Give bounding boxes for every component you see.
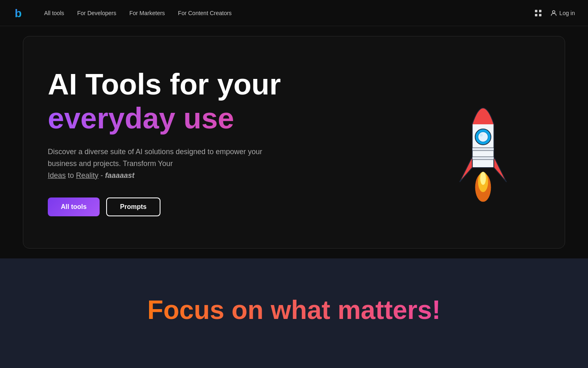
svg-rect-12 [472,148,494,150]
bottom-section: Focus on what matters! [0,258,588,361]
all-tools-button[interactable]: All tools [48,197,100,216]
navbar-left: b All tools For Developers For Marketers… [13,6,232,20]
login-label: Log in [559,10,575,16]
nav-link-for-developers[interactable]: For Developers [77,10,116,16]
rocket-svg [430,81,536,204]
user-icon [550,10,557,16]
nav-link-for-content-creators[interactable]: For Content Creators [178,10,232,16]
navbar: b All tools For Developers For Marketers… [0,0,588,26]
hero-title-line2: everyday use [48,102,309,135]
hero-buttons: All tools Prompts [48,197,309,216]
svg-point-8 [480,172,486,185]
nav-link-for-marketers[interactable]: For Marketers [129,10,165,16]
navbar-right: Log in [534,9,575,17]
nav-links: All tools For Developers For Marketers F… [44,10,232,16]
nav-link-all-tools[interactable]: All tools [44,10,64,16]
hero-desc-reality[interactable]: Reality [76,171,98,180]
hero-desc-ideas[interactable]: Ideas [48,171,66,180]
svg-point-10 [478,132,488,142]
hero-section: AI Tools for your everyday use Discover … [0,26,588,258]
svg-point-11 [480,134,483,137]
hero-description: Discover a diverse suite of AI solutions… [48,146,285,181]
hero-desc-fast: faaaaast [105,171,134,180]
svg-rect-3 [535,14,537,16]
hero-desc-dash: - [100,171,105,180]
svg-rect-2 [539,10,541,12]
svg-text:b: b [15,7,22,20]
hero-content: AI Tools for your everyday use Discover … [48,68,309,217]
svg-rect-4 [539,14,541,16]
hero-desc-part1: Discover a diverse suite of AI solutions… [48,148,262,168]
login-button[interactable]: Log in [550,10,575,16]
focus-title: Focus on what matters! [147,295,441,325]
prompts-button[interactable]: Prompts [106,197,160,216]
rocket-illustration [426,73,540,212]
grid-icon-button[interactable] [534,9,542,17]
svg-point-5 [552,11,555,13]
svg-rect-13 [472,157,494,159]
grid-icon [534,9,542,17]
logo[interactable]: b [13,6,28,20]
svg-rect-1 [535,10,537,12]
hero-title-line1: AI Tools for your [48,68,309,101]
hero-card: AI Tools for your everyday use Discover … [23,36,565,249]
hero-desc-to-text: to [68,171,74,180]
